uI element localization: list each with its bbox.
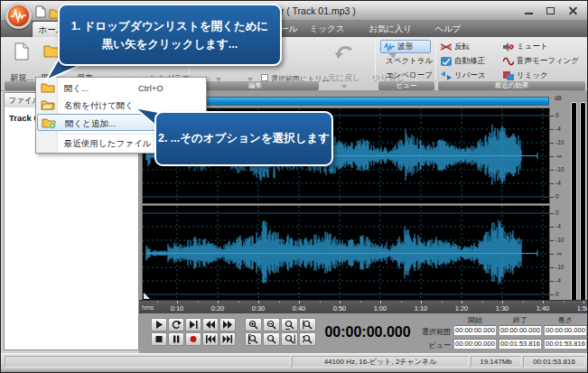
callout-step2: 2. ...そのオプションを選択します xyxy=(154,111,333,166)
ruler-tick-label: 0:20 xyxy=(211,304,225,312)
timeline-ruler[interactable]: hms 0:100:200:300:400:501:001:101:201:30… xyxy=(139,300,588,313)
effect-morph-button[interactable]: 音声モーフィング xyxy=(500,54,585,68)
ruler-unit-label: hms xyxy=(142,304,154,311)
view-waveform-label: 波形 xyxy=(397,42,413,52)
voice-morphing-icon xyxy=(503,57,514,66)
status-format: 44100 Hz, 16-ビット, 2チャンネル xyxy=(292,356,469,368)
view-spectral-button[interactable]: スペクトラル xyxy=(380,54,433,68)
folder-icon xyxy=(41,82,55,93)
effect-invert-button[interactable]: 反転 xyxy=(438,40,494,53)
folder-open-icon xyxy=(41,99,55,110)
rewind-button[interactable] xyxy=(202,318,219,331)
ruler-tick-label: 0:50 xyxy=(333,304,347,312)
skip-to-start-button[interactable] xyxy=(202,332,219,346)
ruler-tick-label: 0:30 xyxy=(252,304,266,312)
level-meters xyxy=(570,95,588,308)
close-button[interactable] xyxy=(564,5,583,17)
undo-button[interactable]: 元に戻し xyxy=(322,39,366,91)
undo-dropdown-icon xyxy=(341,85,347,89)
view-end-field[interactable]: 00:01:53.816 xyxy=(499,339,542,350)
selection-row-label: 選択範囲 xyxy=(415,327,451,337)
skip-to-end-button[interactable] xyxy=(219,332,236,346)
autocorrect-icon xyxy=(441,57,452,66)
callout-step1: 1. ドロップダウンリストを開くために 黒い矢をクリックします... xyxy=(58,4,282,66)
status-bar: 44100 Hz, 16-ビット, 2チャンネル 19.147Mb 00:01:… xyxy=(1,353,588,369)
zoom-vertical-full-button[interactable] xyxy=(281,332,298,346)
ruler-tick-label: 1:00 xyxy=(374,304,387,312)
status-file-size: 19.147Mb xyxy=(471,356,521,368)
effect-autocorrect-button[interactable]: 自動修正 xyxy=(438,54,498,68)
undo-label: 元に戻し xyxy=(322,72,366,84)
app-logo-icon[interactable] xyxy=(5,3,32,29)
ruler-tick-label: 0:10 xyxy=(171,304,184,312)
view-waveform-button[interactable]: 波形 xyxy=(380,40,431,53)
level-meter-right xyxy=(580,102,586,303)
waveform-icon xyxy=(384,42,395,51)
tab-help[interactable]: ヘルプ xyxy=(429,21,467,37)
effect-autocorrect-label: 自動修正 xyxy=(454,56,485,67)
remix-icon xyxy=(503,71,514,80)
tab-mix[interactable]: ミックス xyxy=(306,21,348,37)
zoom-out-button[interactable] xyxy=(263,318,280,331)
maximize-icon xyxy=(546,7,555,14)
selection-length-field[interactable]: 00:00:00.000 xyxy=(544,325,587,336)
selection-header-end: 終了 xyxy=(498,315,543,325)
status-duration: 00:01:53.816 xyxy=(523,356,585,368)
effect-mute-label: ミュート xyxy=(517,42,548,52)
effects-group-label: 最近の効果 xyxy=(438,81,585,90)
effect-reverse-label: リバース xyxy=(454,70,486,81)
selection-end-field[interactable]: 00:00:00.000 xyxy=(499,325,542,336)
loop-play-button[interactable] xyxy=(168,318,184,331)
pan-indicator-icon xyxy=(144,293,150,299)
quick-new-icon[interactable] xyxy=(35,5,46,22)
tab-favorites[interactable]: お気に入り xyxy=(362,21,418,37)
ruler-tick-label: 0:40 xyxy=(293,304,306,312)
view-group-label: ビュー xyxy=(378,81,434,90)
application-window: Editor ( Track 01.mp3 ) ホーム ツール ミックス お気に… xyxy=(0,0,588,373)
ruler-tick-label: 1:10 xyxy=(415,304,428,312)
waveform-channel-right[interactable] xyxy=(142,205,550,302)
effect-morph-label: 音声モーフィング xyxy=(517,56,579,67)
db-scale: dB 0-4-10-∞-10-400-4-10-∞-10-40 xyxy=(549,95,570,308)
reverse-icon xyxy=(441,71,452,80)
mute-icon xyxy=(503,42,514,51)
play-button[interactable] xyxy=(151,318,167,331)
ruler-tick-label: 1:50 xyxy=(577,304,588,312)
effect-remix-label: リミック xyxy=(517,70,548,81)
minimize-icon xyxy=(525,13,533,14)
zoom-full-button[interactable] xyxy=(281,318,298,331)
trim-checkbox[interactable] xyxy=(261,74,268,81)
view-spectral-label: スペクトラル xyxy=(386,56,433,67)
level-meter-left xyxy=(571,102,577,303)
stop-button[interactable] xyxy=(151,332,167,346)
menu-shortcut-open: Ctrl+O xyxy=(138,79,163,97)
pause-button[interactable] xyxy=(168,332,184,346)
minimize-button[interactable] xyxy=(519,5,538,17)
record-button[interactable] xyxy=(185,332,201,346)
zoom-vertical-in-button[interactable] xyxy=(245,332,262,346)
maximize-button[interactable] xyxy=(541,5,560,17)
edit-group-label: 編集 xyxy=(191,81,319,90)
ruler-tick-label: 1:30 xyxy=(496,304,509,312)
selection-header-start: 開始 xyxy=(453,315,498,325)
play-selection-button[interactable] xyxy=(185,318,201,331)
zoom-in-button[interactable] xyxy=(245,318,262,331)
effect-reverse-button[interactable]: リバース xyxy=(438,69,492,82)
selection-header-length: 長さ xyxy=(543,315,588,325)
zoom-vertical-selection-button[interactable] xyxy=(299,332,316,346)
fast-forward-button[interactable] xyxy=(219,318,236,331)
zoom-selection-button[interactable] xyxy=(299,318,316,331)
effect-mute-button[interactable]: ミュート xyxy=(500,40,551,53)
effect-invert-label: 反転 xyxy=(454,42,470,52)
view-start-field[interactable]: 00:00:00.000 xyxy=(453,339,497,350)
view-length-field[interactable]: 00:01:53.816 xyxy=(544,339,587,350)
undo-icon xyxy=(334,44,354,61)
view-row-label: ビュー xyxy=(415,340,451,350)
selection-start-field[interactable]: 00:00:00.000 xyxy=(453,325,497,336)
zoom-vertical-out-button[interactable] xyxy=(263,332,280,346)
view-envelope-button[interactable]: エンベロープ xyxy=(380,69,433,82)
db-unit-label: dB xyxy=(555,95,562,101)
time-display: 00:00:00.000 xyxy=(317,319,418,346)
ruler-tick-label: 1:40 xyxy=(537,304,550,312)
effect-remix-button[interactable]: リミック xyxy=(500,69,555,82)
